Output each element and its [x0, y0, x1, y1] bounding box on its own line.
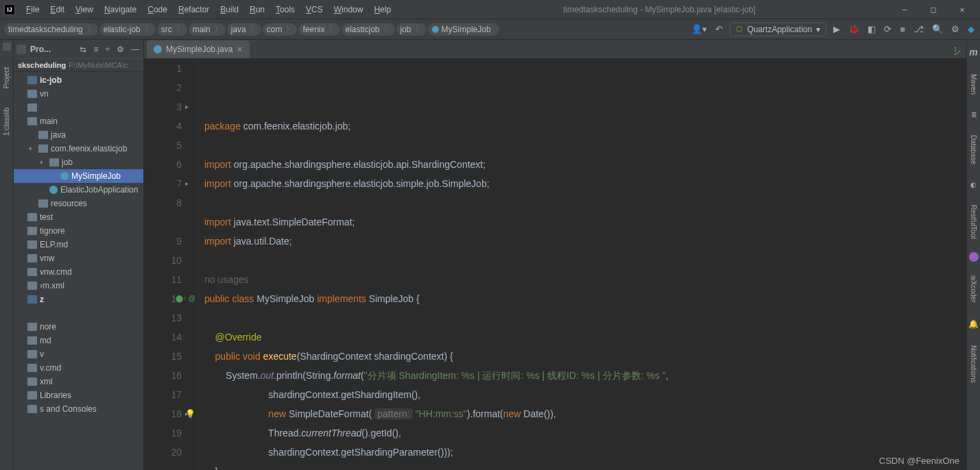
sidebar-header: Pro... ⇆ ≡ ÷ ⚙ — — [14, 40, 143, 59]
menu-edit[interactable]: Edit — [46, 3, 69, 16]
rail-restful[interactable]: RestfulTool — [970, 202, 977, 241]
tree-item[interactable]: ▾com.feenix.elasticjob — [14, 142, 143, 156]
menu-vcs[interactable]: VCS — [302, 3, 327, 16]
tree-item[interactable] — [14, 101, 143, 114]
minimize-button[interactable]: — — [896, 5, 913, 14]
menu-run[interactable]: Run — [246, 3, 269, 16]
tree-item[interactable]: vn — [14, 87, 143, 101]
tree-item[interactable]: md — [14, 334, 143, 347]
debug-button[interactable]: 🐞 — [847, 23, 861, 36]
rail-project[interactable]: Project — [3, 64, 10, 91]
search-icon[interactable]: 🔍 — [931, 23, 944, 36]
tree-item[interactable]: xml — [14, 375, 143, 388]
crumb-src[interactable]: src — [157, 23, 187, 36]
tree-item[interactable]: vnw — [14, 251, 143, 265]
chevron-down-icon: ▾ — [816, 25, 820, 34]
editor-area: MySimpleJob.java ✕ ⋮ 123▸4567▸89101112⬤↑… — [144, 40, 966, 470]
profile-button[interactable]: ⟳ — [883, 23, 893, 36]
select-opened-icon[interactable]: ⇆ — [78, 45, 88, 54]
tree-item[interactable]: v.cmd — [14, 361, 143, 375]
tab-mysimplejob[interactable]: MySimpleJob.java ✕ — [147, 40, 250, 58]
inspection-ok-icon[interactable]: ✓ — [955, 59, 962, 62]
settings-icon[interactable]: ⚙ — [950, 23, 961, 36]
menu-window[interactable]: Window — [330, 3, 368, 16]
menu-view[interactable]: View — [71, 3, 97, 16]
tree-item[interactable]: vnw.cmd — [14, 265, 143, 279]
crumb-feenix[interactable]: feenix — [298, 23, 339, 36]
app-logo-icon: IJ — [4, 4, 15, 15]
toolbar-right: 👤▾ ↶ ⬡ QuartzApplication ▾ ▶ 🐞 ◧ ⟳ ■ ⎇ 🔍… — [690, 23, 976, 36]
collapse-icon[interactable]: ÷ — [104, 45, 111, 54]
menu-refactor[interactable]: Refactor — [174, 3, 213, 16]
crumb-elastic-job[interactable]: elastic-job — [99, 23, 156, 36]
stop-button[interactable]: ■ — [898, 23, 907, 36]
run-config-selector[interactable]: ⬡ QuartzApplication ▾ — [730, 23, 826, 36]
menu-navigate[interactable]: Navigate — [100, 3, 141, 16]
run-button[interactable]: ▶ — [832, 23, 841, 36]
git-branch-icon[interactable]: ⎇ — [912, 23, 925, 36]
crumb-java[interactable]: java — [227, 23, 261, 36]
tab-label: MySimpleJob.java — [166, 45, 232, 54]
gear-icon[interactable]: ⚙ — [115, 45, 126, 54]
bell-icon[interactable]: 🔔 — [968, 317, 979, 332]
main-area: Project 1:classlib Pro... ⇆ ≡ ÷ ⚙ — sksc… — [0, 40, 980, 470]
tree-item[interactable]: v — [14, 347, 143, 361]
sidebar-path: skscheduling F:\MyNuts\MCA\c — [14, 59, 143, 72]
tree-item[interactable]: resources — [14, 197, 143, 210]
maven-icon[interactable]: m — [969, 44, 977, 60]
spring-icon: ⬡ — [736, 25, 743, 34]
restful-icon[interactable]: ◐ — [970, 178, 977, 191]
close-button[interactable]: ✕ — [954, 5, 970, 14]
tree-item[interactable]: test — [14, 210, 143, 224]
user-icon[interactable]: 👤▾ — [690, 23, 708, 36]
project-sidebar: Pro... ⇆ ≡ ÷ ⚙ — skscheduling F:\MyNuts\… — [14, 40, 144, 470]
aixcoder-icon[interactable] — [969, 252, 979, 262]
rail-aixcoder[interactable]: aiXcoder — [970, 273, 977, 305]
back-icon[interactable]: ↶ — [714, 23, 724, 36]
menu-build[interactable]: Build — [216, 3, 243, 16]
menu-code[interactable]: Code — [143, 3, 171, 16]
hide-icon[interactable]: — — [130, 45, 141, 54]
crumb-com[interactable]: com — [263, 23, 298, 36]
tree-item[interactable]: z — [14, 293, 143, 306]
rail-maven[interactable]: Maven — [970, 71, 977, 97]
menu-tools[interactable]: Tools — [272, 3, 299, 16]
rail-notifications[interactable]: Notifications — [970, 343, 977, 385]
rail-square-icon[interactable] — [3, 42, 11, 51]
class-icon — [154, 45, 162, 53]
crumb-timedtaskscheduling[interactable]: timedtaskscheduling — [4, 23, 98, 36]
menu-help[interactable]: Help — [370, 3, 395, 16]
menu-file[interactable]: File — [22, 3, 43, 16]
tree-item[interactable]: ELP.md — [14, 238, 143, 251]
sidebar-title: Pro... — [30, 45, 74, 54]
crumb-mysimplejob[interactable]: MySimpleJob — [428, 23, 499, 36]
crumb-main[interactable]: main — [189, 23, 226, 36]
code-content[interactable]: ✓ package com.feenix.elasticjob.job;impo… — [199, 59, 966, 470]
maximize-button[interactable]: □ — [925, 5, 942, 14]
tree-item[interactable]: s and Consoles — [14, 402, 143, 416]
tree-item[interactable]: MySimpleJob — [14, 169, 143, 183]
tab-close-icon[interactable]: ✕ — [237, 45, 243, 54]
gutter: 123▸4567▸89101112⬤↑ @131415161718▸💡1920 — [144, 59, 199, 470]
tree-item[interactable]: ElasticJobApplication — [14, 183, 143, 197]
shield-icon[interactable]: ◆ — [966, 23, 976, 36]
tree-item[interactable]: java — [14, 128, 143, 142]
database-icon[interactable]: ≣ — [971, 108, 977, 121]
editor-tabs: MySimpleJob.java ✕ ⋮ — [144, 40, 966, 59]
code-area[interactable]: 123▸4567▸89101112⬤↑ @131415161718▸💡1920 … — [144, 59, 966, 470]
tree-item[interactable]: tignore — [14, 224, 143, 238]
rail-database[interactable]: Database — [970, 132, 977, 167]
project-tree[interactable]: ic-jobvnmainjava▾com.feenix.elasticjob▾j… — [14, 72, 143, 470]
crumb-elasticjob[interactable]: elasticjob — [342, 23, 395, 36]
expand-icon[interactable]: ≡ — [92, 45, 99, 54]
tree-item[interactable]: nore — [14, 320, 143, 334]
tree-item[interactable]: ic-job — [14, 73, 143, 87]
crumb-job[interactable]: job — [396, 23, 427, 36]
rail-classlib[interactable]: 1:classlib — [3, 105, 10, 138]
tree-item[interactable]: main — [14, 114, 143, 128]
tree-item[interactable] — [14, 306, 143, 320]
tree-item[interactable]: ▾job — [14, 156, 143, 169]
coverage-button[interactable]: ◧ — [866, 23, 877, 36]
tree-item[interactable]: Libraries — [14, 388, 143, 402]
tree-item[interactable]: ›m.xml — [14, 279, 143, 293]
